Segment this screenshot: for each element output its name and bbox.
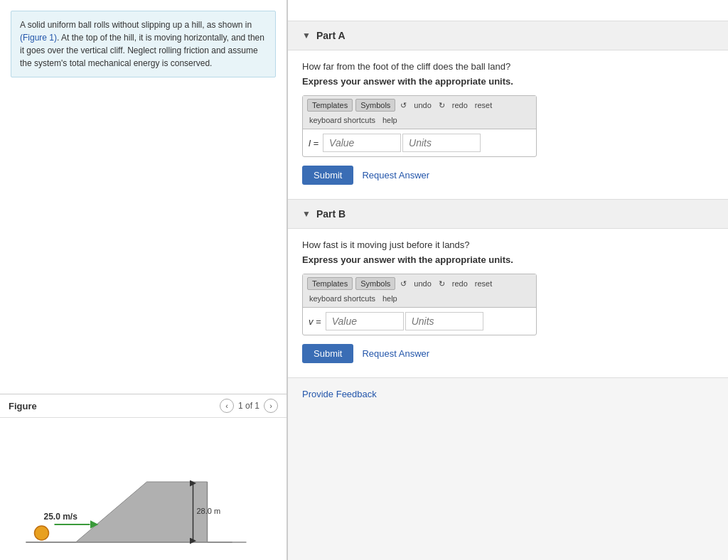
part-b-request-answer-link[interactable]: Request Answer [362,348,429,359]
part-b-toolbar: Templates Symbols ↺ undo ↻ redo reset ke… [303,274,536,308]
part-a-instruction: Express your answer with the appropriate… [302,76,714,87]
part-a-reset-btn[interactable]: reset [473,99,494,111]
left-panel: A solid uniform ball rolls without slipp… [0,0,288,560]
part-a-keyboard-shortcuts-btn[interactable]: keyboard shortcuts [307,114,378,126]
part-a-math-input: Templates Symbols ↺ undo ↻ redo reset ke… [302,95,537,157]
part-a-header: ▼ Part A [288,21,728,50]
part-b-help-btn[interactable]: help [380,293,400,304]
part-b-variable-label: v = [309,316,321,327]
part-b-templates-btn[interactable]: Templates [307,277,353,290]
part-a-collapse-arrow[interactable]: ▼ [302,31,311,41]
right-panel: ▼ Part A How far from the foot of the cl… [288,0,728,560]
part-b-units-input[interactable] [405,312,483,330]
part-b-value-input[interactable] [326,312,404,330]
part-b-undo-label: undo [412,278,433,289]
part-b-keyboard-shortcuts-btn[interactable]: keyboard shortcuts [307,293,378,304]
provide-feedback-link[interactable]: Provide Feedback [288,378,728,410]
part-a-undo-label: undo [412,99,433,111]
part-b-redo-icon-btn[interactable]: ↻ [437,278,447,290]
part-a-question: How far from the foot of the cliff does … [302,61,714,72]
svg-text:25.0 m/s: 25.0 m/s [44,512,78,522]
part-a-variable-label: l = [309,138,318,149]
part-a-body: How far from the foot of the cliff does … [288,50,728,199]
part-a-redo-label: redo [450,99,470,111]
part-a-label: Part A [316,30,346,41]
part-a-input-row: l = [303,129,536,156]
part-a-symbols-btn[interactable]: Symbols [355,99,395,112]
figure-svg: 28.0 m 25.0 m/s [0,418,287,560]
part-b-symbols-btn[interactable]: Symbols [355,277,395,290]
part-a-help-btn[interactable]: help [380,114,400,126]
part-b-submit-button[interactable]: Submit [302,344,353,363]
part-a-request-answer-link[interactable]: Request Answer [362,170,429,181]
figure-prev-button[interactable]: ‹ [220,399,234,413]
part-b-instruction: Express your answer with the appropriate… [302,254,714,265]
part-a-submit-button[interactable]: Submit [302,166,353,185]
figure-title: Figure [9,401,37,411]
figure-nav: ‹ 1 of 1 › [220,399,278,413]
problem-text-after: . At the top of the hill, it is moving h… [20,33,264,68]
part-b-input-row: v = [303,308,536,335]
part-b-reset-btn[interactable]: reset [473,278,494,289]
part-b-action-row: Submit Request Answer [302,344,714,363]
top-bar [288,0,728,21]
part-b-section: ▼ Part B How fast is it moving just befo… [288,200,728,378]
svg-point-7 [35,526,49,540]
part-b-math-input: Templates Symbols ↺ undo ↻ redo reset ke… [302,274,537,335]
part-b-body: How fast is it moving just before it lan… [288,229,728,377]
part-a-toolbar: Templates Symbols ↺ undo ↻ redo reset ke… [303,96,536,129]
part-a-section: ▼ Part A How far from the foot of the cl… [288,21,728,200]
part-b-collapse-arrow[interactable]: ▼ [302,209,311,219]
part-a-units-input[interactable] [402,134,481,152]
figure-section: Figure ‹ 1 of 1 › 28.0 m [0,394,287,560]
figure-canvas: 28.0 m 25.0 m/s [0,418,287,560]
figure-next-button[interactable]: › [264,399,278,413]
figure-page-label: 1 of 1 [238,401,259,411]
figure-link[interactable]: (Figure 1) [20,33,57,43]
part-a-undo-icon-btn[interactable]: ↺ [398,99,409,112]
figure-header: Figure ‹ 1 of 1 › [0,394,287,418]
svg-text:28.0 m: 28.0 m [197,507,221,515]
part-b-header: ▼ Part B [288,200,728,229]
part-b-redo-label: redo [450,278,470,289]
problem-text-box: A solid uniform ball rolls without slipp… [11,11,276,77]
part-a-action-row: Submit Request Answer [302,166,714,185]
part-b-label: Part B [316,208,346,220]
part-b-undo-icon-btn[interactable]: ↺ [398,278,409,290]
part-b-question: How fast is it moving just before it lan… [302,239,714,250]
part-a-redo-icon-btn[interactable]: ↻ [437,99,447,112]
problem-text-content: A solid uniform ball rolls without slipp… [20,20,252,30]
part-a-value-input[interactable] [323,134,401,152]
part-a-templates-btn[interactable]: Templates [307,99,353,112]
